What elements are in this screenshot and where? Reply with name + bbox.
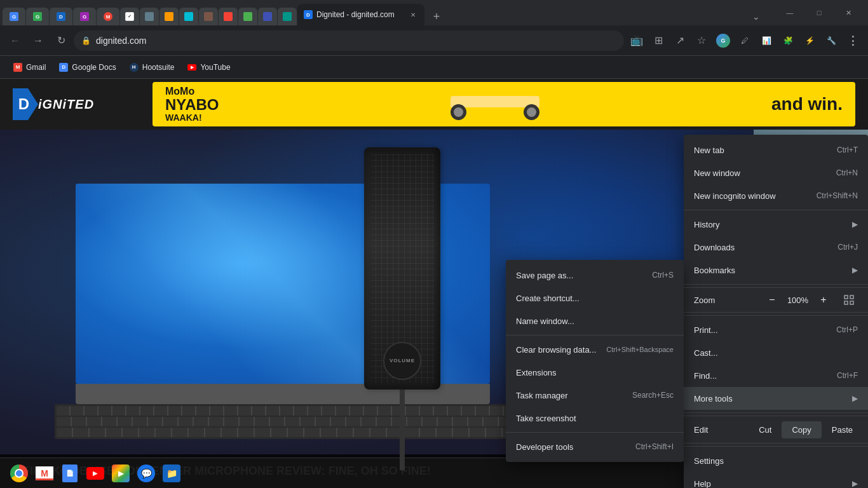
submenu-name-window[interactable]: Name window... bbox=[506, 309, 684, 332]
chrome-menu: New tab Ctrl+T New window Ctrl+N New inc… bbox=[684, 135, 868, 488]
tab-favicon: G bbox=[80, 12, 89, 21]
extension-btn-3[interactable]: 🧩 bbox=[778, 30, 798, 51]
menu-find[interactable]: Find... Ctrl+F bbox=[684, 364, 868, 387]
tab-close-button[interactable]: ✕ bbox=[408, 10, 418, 20]
menu-cast[interactable]: Cast... bbox=[684, 341, 868, 364]
tab-item[interactable] bbox=[199, 8, 218, 25]
tab-item[interactable] bbox=[179, 8, 198, 25]
svg-rect-0 bbox=[844, 295, 848, 299]
tab-favicon bbox=[224, 12, 233, 21]
submenu-create-shortcut[interactable]: Create shortcut... bbox=[506, 287, 684, 309]
menu-downloads[interactable]: Downloads Ctrl+J bbox=[684, 236, 868, 259]
tab-favicon: G bbox=[10, 12, 18, 21]
zoom-fullscreen-button[interactable] bbox=[840, 291, 858, 309]
address-bar[interactable]: 🔒 dignited.com bbox=[74, 30, 624, 51]
submenu-clear-browsing[interactable]: Clear browsing data... Ctrl+Shift+Backsp… bbox=[506, 338, 684, 361]
tab-bar-controls: ⌄ bbox=[742, 8, 770, 25]
maximize-button[interactable]: □ bbox=[804, 0, 834, 25]
svg-rect-2 bbox=[844, 301, 848, 304]
active-tab[interactable]: D Dignited - dignited.com ✕ bbox=[297, 4, 424, 25]
tab-favicon bbox=[184, 12, 193, 21]
extension-btn-5[interactable]: 🔧 bbox=[821, 30, 841, 51]
copy-button[interactable]: Copy bbox=[782, 421, 821, 438]
submenu-divider-2 bbox=[506, 432, 684, 433]
menu-new-window[interactable]: New window Ctrl+N bbox=[684, 161, 868, 184]
url-text: dignited.com bbox=[96, 36, 616, 46]
menu-history[interactable]: History ▶ bbox=[684, 213, 868, 236]
extension-btn-1[interactable]: 🖊 bbox=[735, 30, 755, 51]
minimize-button[interactable]: — bbox=[775, 0, 804, 25]
tab-favicon bbox=[243, 12, 252, 21]
tab-item[interactable]: ✓ bbox=[120, 8, 139, 25]
menu-divider-1 bbox=[684, 210, 868, 210]
submenu-task-manager[interactable]: Task manager Search+Esc bbox=[506, 384, 684, 407]
content-area: D iGNiTED MoMo NYABO WAAKA! bbox=[0, 79, 868, 488]
bookmark-gmail[interactable]: M Gmail bbox=[8, 60, 51, 75]
tab-grid-button[interactable]: ⊞ bbox=[648, 30, 668, 51]
menu-more-tools[interactable]: More tools ▶ Save page as... Ctrl+S Crea… bbox=[684, 387, 868, 410]
submenu-extensions[interactable]: Extensions bbox=[506, 361, 684, 384]
bookmark-button[interactable]: ☆ bbox=[691, 30, 712, 51]
menu-new-tab[interactable]: New tab Ctrl+T bbox=[684, 139, 868, 161]
tab-item[interactable]: G bbox=[26, 8, 49, 25]
tab-favicon bbox=[204, 12, 213, 21]
screen-cast-button[interactable]: 📺 bbox=[627, 30, 647, 51]
tab-favicon bbox=[283, 12, 292, 21]
youtube-bookmark-icon: ▶ bbox=[187, 62, 197, 72]
refresh-button[interactable]: ↻ bbox=[51, 30, 71, 51]
menu-help[interactable]: Help ▶ bbox=[684, 472, 868, 488]
tab-favicon: G bbox=[33, 12, 42, 21]
tab-item[interactable] bbox=[219, 8, 238, 25]
submenu-take-screenshot[interactable]: Take screenshot bbox=[506, 407, 684, 430]
zoom-controls: − 100% + bbox=[763, 291, 858, 309]
bookmarks-arrow: ▶ bbox=[852, 266, 858, 274]
menu-settings[interactable]: Settings bbox=[684, 449, 868, 472]
tab-item[interactable]: D bbox=[50, 8, 72, 25]
menu-new-incognito[interactable]: New incognito window Ctrl+Shift+N bbox=[684, 184, 868, 207]
menu-print[interactable]: Print... Ctrl+P bbox=[684, 318, 868, 341]
google-docs-bookmark-label: Google Docs bbox=[72, 63, 116, 72]
menu-bookmarks[interactable]: Bookmarks ▶ bbox=[684, 259, 868, 281]
menu-edit-row: Edit Cut Copy Paste bbox=[684, 416, 868, 444]
help-arrow: ▶ bbox=[852, 479, 858, 488]
new-tab-button[interactable]: + bbox=[428, 8, 445, 25]
svg-rect-1 bbox=[850, 295, 853, 299]
forward-button[interactable]: → bbox=[28, 30, 48, 51]
close-button[interactable]: ✕ bbox=[834, 0, 863, 25]
menu-divider-4 bbox=[684, 412, 868, 413]
tab-item[interactable] bbox=[159, 8, 179, 25]
tab-item[interactable] bbox=[278, 8, 297, 25]
back-button[interactable]: ← bbox=[5, 30, 25, 51]
tab-item[interactable] bbox=[140, 8, 159, 25]
extension-btn-2[interactable]: 📊 bbox=[756, 30, 776, 51]
extension-btn-4[interactable]: ⚡ bbox=[799, 30, 820, 51]
tab-item[interactable]: G bbox=[3, 8, 25, 25]
search-tabs-button[interactable]: ⌄ bbox=[747, 8, 765, 25]
bookmark-google-docs[interactable]: D Google Docs bbox=[53, 60, 121, 75]
menu-zoom-row: Zoom − 100% + bbox=[684, 287, 868, 313]
window-controls: — □ ✕ bbox=[770, 0, 868, 25]
account-avatar: G bbox=[716, 34, 730, 48]
google-account-button[interactable]: G bbox=[713, 30, 733, 51]
submenu-developer-tools[interactable]: Developer tools Ctrl+Shift+I bbox=[506, 435, 684, 458]
tab-favicon bbox=[263, 12, 272, 21]
tab-item[interactable]: M bbox=[97, 8, 119, 25]
paste-button[interactable]: Paste bbox=[822, 421, 863, 438]
active-tab-title: Dignited - dignited.com bbox=[316, 10, 404, 19]
tab-item[interactable]: G bbox=[73, 8, 96, 25]
history-arrow: ▶ bbox=[852, 220, 858, 229]
submenu-save-page[interactable]: Save page as... Ctrl+S bbox=[506, 264, 684, 287]
tab-item[interactable] bbox=[238, 8, 257, 25]
menu-divider-2 bbox=[684, 284, 868, 285]
menu-divider-3 bbox=[684, 315, 868, 316]
youtube-bookmark-label: YouTube bbox=[200, 63, 230, 72]
chrome-menu-button[interactable]: ⋮ bbox=[843, 30, 863, 51]
bookmark-hootsuite[interactable]: H Hootsuite bbox=[124, 60, 180, 75]
share-button[interactable]: ↗ bbox=[670, 30, 690, 51]
toolbar: ← → ↻ 🔒 dignited.com 📺 ⊞ ↗ ☆ G 🖊 📊 🧩 ⚡ 🔧… bbox=[0, 25, 868, 56]
tab-item[interactable] bbox=[258, 8, 277, 25]
bookmark-youtube[interactable]: ▶ YouTube bbox=[182, 60, 235, 75]
cut-button[interactable]: Cut bbox=[749, 421, 782, 438]
zoom-increase-button[interactable]: + bbox=[815, 291, 832, 309]
zoom-decrease-button[interactable]: − bbox=[763, 291, 781, 309]
